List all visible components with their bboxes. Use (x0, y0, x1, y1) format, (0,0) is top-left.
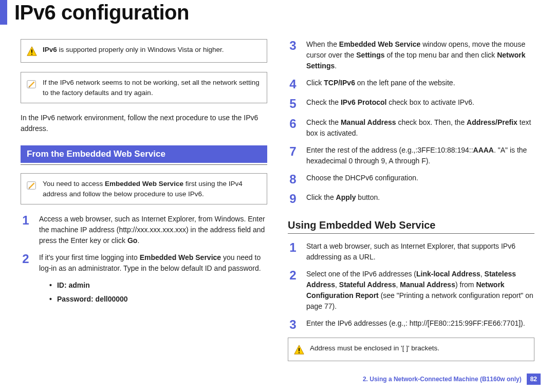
step-use-3: 3 Enter the IPv6 addresses (e.g.,: http:… (288, 318, 534, 331)
step-number: 5 (288, 97, 298, 110)
step-left-2: 2 If it's your first time logging into E… (21, 252, 267, 308)
access-note-text: You need to access Embedded Web Service … (43, 179, 261, 199)
credential-id: ID: admin (49, 280, 267, 291)
svg-rect-1 (31, 49, 32, 52)
step-body: Enter the rest of the address (e.g.,:3FF… (306, 145, 534, 166)
intro-text: In the IPv6 network environment, follow … (21, 113, 267, 134)
step-number: 9 (288, 192, 298, 206)
step-number: 6 (288, 117, 298, 130)
sub-underline (288, 233, 534, 234)
step-body: Click TCP/IPv6 on the left pane of the w… (306, 78, 534, 88)
step-number: 8 (288, 173, 298, 186)
step-number: 1 (288, 241, 298, 254)
step-number: 2 (21, 252, 31, 266)
svg-rect-7 (299, 352, 300, 353)
tip-note: If the IPv6 network seems to not be work… (21, 72, 267, 103)
step-body: Click the Apply button. (306, 192, 534, 203)
step-body: Access a web browser, such as Internet E… (39, 214, 267, 246)
step-right-3: 3 When the Embedded Web Service window o… (288, 39, 534, 71)
page-footer: 2. Using a Network-Connected Machine (B1… (363, 374, 541, 385)
bracket-warning: Address must be enclosed in '[ ]' bracke… (288, 338, 534, 361)
step-number: 2 (288, 269, 298, 282)
tip-text: If the IPv6 network seems to not be work… (43, 78, 261, 98)
step-body: If it's your first time logging into Emb… (39, 252, 267, 308)
step-number: 4 (288, 78, 298, 91)
step-number: 7 (288, 145, 298, 158)
credential-password: Password: dell00000 (49, 294, 267, 305)
step-number: 3 (288, 318, 298, 331)
step-right-8: 8 Choose the DHCPv6 configuration. (288, 173, 534, 186)
step-body-text: If it's your first time logging into Emb… (39, 253, 261, 272)
page-title: IPv6 configuration (14, 1, 189, 24)
step-right-7: 7 Enter the rest of the address (e.g.,:3… (288, 145, 534, 166)
step-body: Check the Manual Address check box. Then… (306, 117, 534, 139)
step-right-5: 5 Check the IPv6 Protocol check box to a… (288, 97, 534, 110)
title-bar: IPv6 configuration (0, 0, 555, 29)
step-body: Choose the DHCPv6 configuration. (306, 173, 534, 183)
step-left-1: 1 Access a web browser, such as Internet… (21, 214, 267, 246)
step-number: 3 (288, 39, 298, 52)
footer-chapter: 2. Using a Network-Connected Machine (B1… (363, 376, 522, 383)
access-note: You need to access Embedded Web Service … (21, 173, 267, 204)
step-right-6: 6 Check the Manual Address check box. Th… (288, 117, 534, 139)
left-column: IPv6 is supported properly only in Windo… (21, 39, 267, 370)
svg-rect-2 (31, 54, 32, 55)
step-use-1: 1 Start a web browser, such as Internet … (288, 241, 534, 263)
step-body: Check the IPv6 Protocol check box to act… (306, 97, 534, 108)
content-columns: IPv6 is supported properly only in Windo… (0, 29, 555, 370)
warning-icon (293, 344, 305, 356)
step-number: 1 (21, 214, 31, 227)
warning-text: IPv6 is supported properly only in Windo… (43, 45, 224, 55)
step-body: Enter the IPv6 addresses (e.g.,: http://… (306, 318, 534, 329)
pencil-icon (26, 79, 38, 90)
warning-icon (26, 46, 38, 57)
step-right-4: 4 Click TCP/IPv6 on the left pane of the… (288, 78, 534, 91)
right-column: 3 When the Embedded Web Service window o… (288, 39, 534, 370)
pencil-icon (26, 180, 38, 191)
step-right-9: 9 Click the Apply button. (288, 192, 534, 206)
section-underline (21, 164, 267, 165)
step-body: When the Embedded Web Service window ope… (306, 39, 534, 71)
step-body: Start a web browser, such as Internet Ex… (306, 241, 534, 263)
section-header: From the Embedded Web Service (21, 145, 267, 163)
footer-page-number: 82 (527, 374, 541, 385)
title-stripe (0, 0, 7, 25)
sub-header: Using Embedded Web Service (288, 219, 534, 231)
credentials-list: ID: admin Password: dell00000 (39, 280, 267, 305)
step-body: Select one of the IPv6 addresses (Link-l… (306, 269, 534, 312)
step-use-2: 2 Select one of the IPv6 addresses (Link… (288, 269, 534, 312)
svg-rect-6 (299, 348, 300, 351)
warning-note: IPv6 is supported properly only in Windo… (21, 39, 267, 63)
bracket-warning-text: Address must be enclosed in '[ ]' bracke… (310, 343, 439, 353)
